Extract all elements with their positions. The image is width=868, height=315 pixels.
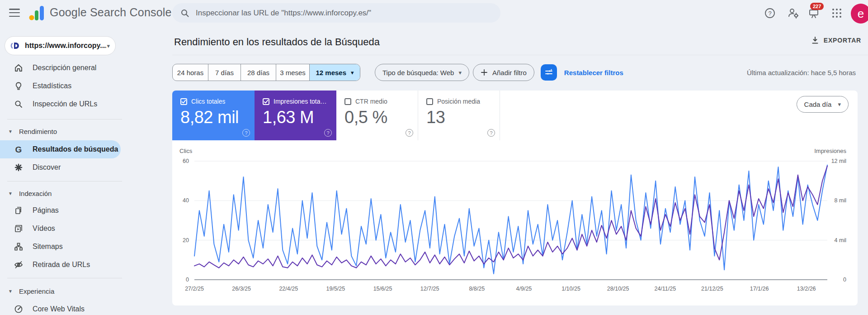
sidebar-item-inspeccion-urls[interactable]: Inspección de URLs [0, 95, 121, 113]
google-icon: G [14, 144, 24, 154]
property-selector[interactable]: https://www.inforcopy.... ▾ [5, 36, 116, 55]
collapse-arrow-icon: ▼ [8, 191, 13, 196]
divider [7, 119, 122, 119]
svg-text:26/3/25: 26/3/25 [232, 286, 251, 292]
chevron-down-icon: ▾ [458, 69, 462, 76]
tune-sparkle-icon [544, 68, 553, 77]
sidebar-nav: Descripción general Estadísticas Inspecc… [0, 59, 136, 315]
metric-card-impresiones-totales[interactable]: Impresiones totales 1,63 M ? [255, 91, 336, 140]
discover-asterisk-icon [14, 162, 24, 172]
svg-text:24/11/25: 24/11/25 [654, 286, 676, 292]
svg-text:19/5/25: 19/5/25 [326, 286, 345, 292]
collapse-arrow-icon: ▼ [8, 289, 13, 294]
chevron-down-icon: ▾ [838, 101, 841, 108]
svg-text:20: 20 [183, 237, 189, 243]
performance-chart: 604020012 mil8 mil4 mil0ClicsImpresiones… [172, 140, 858, 305]
lightbulb-icon [14, 81, 24, 91]
plus-icon [481, 69, 488, 76]
metric-card-posicion-media[interactable]: Posición media 13 ? [418, 91, 500, 140]
divider [7, 181, 122, 181]
announcements-icon[interactable]: 227 [807, 6, 821, 20]
granularity-dropdown[interactable]: Cada día ▾ [797, 96, 849, 113]
svg-text:0: 0 [186, 277, 189, 283]
svg-text:22/4/25: 22/4/25 [279, 286, 298, 292]
apps-grid-icon[interactable] [831, 7, 843, 19]
eye-off-icon [14, 260, 24, 270]
chart-area: 604020012 mil8 mil4 mil0ClicsImpresiones… [172, 140, 858, 305]
sidebar-item-estadisticas[interactable]: Estadísticas [0, 77, 121, 95]
section-rendimiento[interactable]: ▼ Rendimiento [0, 124, 136, 138]
svg-text:12 mil: 12 mil [831, 158, 846, 164]
search-icon [180, 9, 189, 18]
metric-card-clics-totales[interactable]: Clics totales 8,82 mil ? [172, 91, 255, 140]
impresiones-value: 1,63 M [263, 108, 328, 127]
property-url: https://www.inforcopy.... [25, 42, 107, 50]
chevron-down-icon: ▾ [351, 69, 354, 76]
section-indexacion[interactable]: ▼ Indexación [0, 186, 136, 200]
search-console-logo-icon [28, 5, 45, 21]
ctr-checkbox[interactable] [344, 98, 351, 105]
ctr-value: 0,5 % [344, 108, 410, 127]
range-3-meses[interactable]: 3 meses [276, 64, 310, 81]
download-icon [811, 36, 819, 44]
range-24-horas[interactable]: 24 horas [173, 64, 208, 81]
sidebar-item-descripcion-general[interactable]: Descripción general [0, 59, 121, 77]
svg-text:40: 40 [183, 197, 189, 204]
gauge-icon [14, 304, 24, 314]
section-experiencia[interactable]: ▼ Experiencia [0, 284, 136, 298]
search-input[interactable] [196, 9, 492, 18]
range-7-dias[interactable]: 7 días [208, 64, 241, 81]
hamburger-menu-icon[interactable] [8, 7, 21, 18]
help-icon[interactable]: ? [764, 7, 776, 19]
last-update-text: Última actualización: hace 5,5 horas [747, 69, 856, 76]
range-28-dias[interactable]: 28 días [241, 64, 276, 81]
svg-text:4/9/25: 4/9/25 [516, 286, 532, 292]
reset-filters-link[interactable]: Restablecer filtros [564, 69, 623, 76]
page-header: Rendimiento en los resultados de la Búsq… [172, 25, 868, 55]
performance-panel: Clics totales 8,82 mil ? Impresiones tot… [172, 91, 858, 305]
user-settings-icon[interactable] [788, 7, 799, 19]
video-icon [14, 224, 24, 234]
filter-bar: 24 horas 7 días 28 días 3 meses 12 meses… [172, 63, 868, 81]
search-type-filter[interactable]: Tipo de búsqueda: Web ▾ [375, 64, 469, 81]
url-inspection-searchbox[interactable] [172, 3, 500, 23]
svg-text:13/2/26: 13/2/26 [797, 286, 816, 292]
avatar[interactable]: e [851, 4, 868, 24]
svg-text:17/1/26: 17/1/26 [750, 286, 769, 292]
svg-text:12/7/25: 12/7/25 [420, 286, 439, 292]
sidebar-item-paginas[interactable]: Páginas [0, 201, 121, 220]
posicion-value: 13 [426, 108, 491, 127]
svg-text:4 mil: 4 mil [835, 237, 846, 243]
svg-text:15/6/25: 15/6/25 [373, 286, 392, 292]
help-circle-icon[interactable]: ? [487, 129, 495, 137]
svg-text:8 mil: 8 mil [835, 197, 846, 204]
pages-icon [14, 205, 24, 215]
help-circle-icon[interactable]: ? [324, 129, 332, 137]
date-range-segments: 24 horas 7 días 28 días 3 meses 12 meses… [172, 64, 360, 81]
sidebar-item-core-web-vitals[interactable]: Core Web Vitals [0, 300, 121, 315]
divider [7, 278, 122, 278]
help-circle-icon[interactable]: ? [242, 129, 250, 137]
metric-card-ctr-medio[interactable]: CTR medio 0,5 % ? [336, 91, 418, 140]
range-12-meses[interactable]: 12 meses ▾ [310, 64, 360, 81]
sidebar-item-resultados-busqueda[interactable]: G Resultados de búsqueda [0, 140, 121, 158]
home-icon [14, 63, 24, 73]
help-circle-icon[interactable]: ? [406, 129, 413, 137]
sitemap-icon [14, 242, 24, 252]
impresiones-checkbox[interactable] [263, 98, 269, 105]
svg-text:Impresiones: Impresiones [814, 148, 846, 154]
sidebar-item-sitemaps[interactable]: Sitemaps [0, 238, 121, 256]
sidebar-item-discover[interactable]: Discover [0, 158, 121, 177]
sidebar-item-retirada-urls[interactable]: Retirada de URLs [0, 256, 121, 274]
sidebar-item-videos[interactable]: Vídeos [0, 220, 121, 238]
export-button[interactable]: EXPORTAR [811, 36, 861, 44]
svg-text:28/10/25: 28/10/25 [607, 286, 629, 292]
posicion-checkbox[interactable] [426, 98, 433, 105]
filter-tune-button[interactable] [541, 64, 557, 81]
collapse-arrow-icon: ▼ [8, 129, 13, 134]
svg-text:?: ? [768, 10, 771, 17]
svg-text:Clics: Clics [179, 148, 193, 154]
search-icon [14, 99, 24, 109]
add-filter-button[interactable]: Añadir filtro [473, 64, 534, 81]
clics-checkbox[interactable] [180, 98, 187, 105]
